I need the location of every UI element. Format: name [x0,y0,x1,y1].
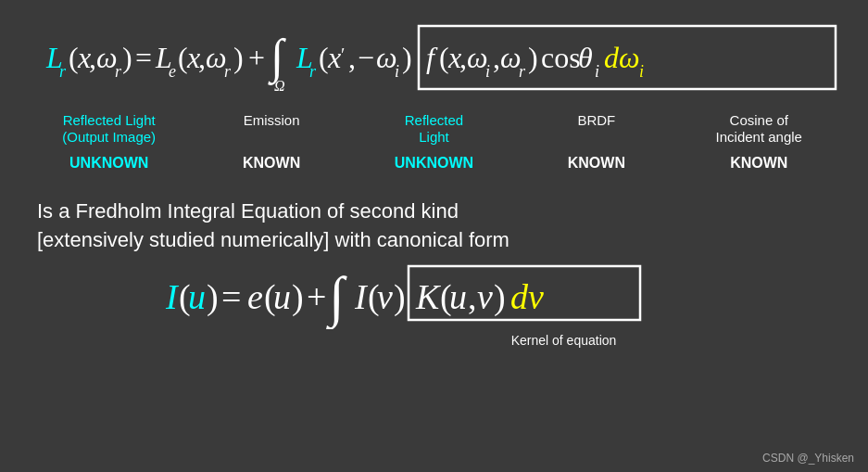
description-line2: [extensively studied numerically] with c… [37,226,849,255]
svg-text:,: , [198,41,206,74]
labels-row: Reflected Light (Output Image) Emission … [19,112,849,146]
svg-text:x: x [327,41,341,74]
svg-text:): ) [528,41,538,74]
svg-text:): ) [233,41,244,74]
svg-text:,: , [493,41,500,74]
svg-text:−: − [358,41,374,74]
svg-text:ω: ω [619,41,640,74]
svg-text:I: I [354,277,369,316]
label-emission: Emission [197,112,346,129]
svg-text:,: , [89,41,96,74]
svg-text:∫: ∫ [326,266,347,329]
svg-text:,: , [459,41,467,74]
svg-text:): ) [402,41,412,74]
status-unknown-2: UNKNOWN [359,155,508,172]
svg-text:r: r [224,62,232,81]
svg-text:Ω: Ω [274,78,285,94]
svg-text:,: , [348,41,356,74]
description: Is a Fredholm Integral Equation of secon… [19,198,849,255]
svg-text:d: d [604,41,620,74]
svg-text:i: i [395,62,399,81]
svg-text:v: v [477,277,493,316]
top-formula-area: L r ( x , ω r ) = L e ( x , ω r ) + ∫ Ω … [19,17,849,96]
svg-text:): ) [122,41,132,74]
svg-text:): ) [292,277,304,317]
svg-text:r: r [115,62,122,81]
label-reflected-light: Reflected Light (Output Image) [35,112,183,146]
svg-text:′: ′ [341,45,345,65]
svg-text:): ) [494,277,506,317]
reflected-light2-label: Reflected Light [405,112,463,145]
svg-text:K: K [415,277,441,316]
svg-text:∫: ∫ [268,30,286,85]
svg-text:I: I [165,277,180,316]
bottom-formula-svg: I ( u ) = e ( u ) + ∫ I ( v ) K ( u , v … [110,255,759,329]
svg-text:dv: dv [510,277,544,316]
svg-text:): ) [207,277,219,317]
svg-text:e: e [247,277,263,316]
status-known-2: KNOWN [522,155,671,172]
svg-text:r: r [59,62,67,81]
svg-text:i: i [595,62,599,81]
description-line1: Is a Fredholm Integral Equation of secon… [37,198,849,226]
kernel-label-row: Kernel of equation [252,333,617,348]
kernel-label: Kernel of equation [511,333,617,348]
top-formula-svg: L r ( x , ω r ) = L e ( x , ω r ) + ∫ Ω … [19,17,852,96]
svg-text:r: r [309,62,317,81]
status-row: UNKNOWN KNOWN UNKNOWN KNOWN KNOWN [19,155,849,172]
svg-text:=: = [221,277,241,316]
svg-text:i: i [639,62,644,81]
main-container: L r ( x , ω r ) = L e ( x , ω r ) + ∫ Ω … [0,0,868,472]
svg-text:=: = [135,41,152,74]
svg-text:): ) [394,277,406,317]
label-reflected-light2: Reflected Light [359,112,508,146]
label-cosine: Cosine of Incident angle [685,112,833,146]
svg-text:+: + [248,41,265,74]
status-known-3: KNOWN [685,155,833,172]
svg-text:,: , [468,277,477,316]
svg-text:u: u [188,277,206,316]
status-known-1: KNOWN [197,155,346,172]
svg-text:r: r [519,62,526,81]
svg-text:cos: cos [541,41,581,74]
status-unknown-1: UNKNOWN [35,155,183,172]
svg-text:e: e [169,62,176,81]
svg-text:v: v [377,277,393,316]
svg-text:+: + [307,277,326,316]
emission-label: Emission [244,112,300,128]
svg-text:f: f [426,41,438,74]
svg-text:i: i [485,62,490,81]
reflected-light-label: Reflected Light (Output Image) [62,112,156,145]
watermark: CSDN @_Yhisken [762,452,854,465]
cosine-label: Cosine of Incident angle [716,112,802,145]
svg-text:θ: θ [578,41,593,74]
svg-text:u: u [449,277,467,316]
bottom-formula-area: I ( u ) = e ( u ) + ∫ I ( v ) K ( u , v … [19,255,849,348]
label-brdf: BRDF [522,112,671,129]
svg-text:u: u [273,277,291,316]
brdf-label: BRDF [577,112,615,128]
